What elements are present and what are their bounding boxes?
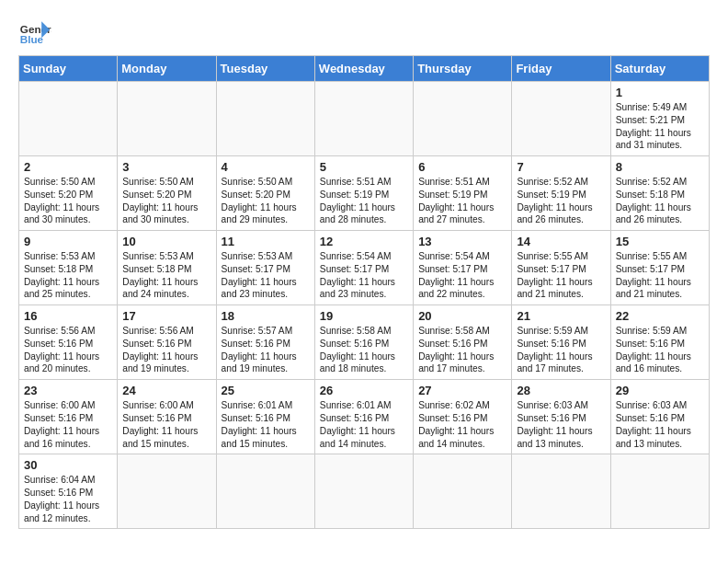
day-info: Sunrise: 6:02 AM Sunset: 5:16 PM Dayligh…: [418, 399, 506, 450]
day-number: 12: [320, 235, 408, 248]
day-number: 6: [418, 160, 506, 174]
day-info: Sunrise: 6:03 AM Sunset: 5:16 PM Dayligh…: [517, 399, 605, 450]
week-row-5: 23Sunrise: 6:00 AM Sunset: 5:16 PM Dayli…: [19, 380, 710, 454]
day-info: Sunrise: 5:50 AM Sunset: 5:20 PM Dayligh…: [122, 176, 210, 226]
day-cell: 20Sunrise: 5:58 AM Sunset: 5:16 PM Dayli…: [414, 305, 512, 380]
day-cell: [19, 82, 118, 156]
day-info: Sunrise: 5:58 AM Sunset: 5:16 PM Dayligh…: [418, 325, 506, 375]
day-cell: 25Sunrise: 6:01 AM Sunset: 5:16 PM Dayli…: [216, 380, 314, 454]
day-cell: 21Sunrise: 5:59 AM Sunset: 5:16 PM Dayli…: [512, 305, 610, 380]
day-number: 17: [122, 309, 210, 323]
day-cell: 8Sunrise: 5:52 AM Sunset: 5:18 PM Daylig…: [610, 156, 709, 231]
calendar: SundayMondayTuesdayWednesdayThursdayFrid…: [18, 55, 710, 529]
day-number: 8: [616, 160, 704, 174]
weekday-monday: Monday: [118, 56, 216, 82]
day-info: Sunrise: 5:58 AM Sunset: 5:16 PM Dayligh…: [320, 325, 408, 375]
day-cell: 24Sunrise: 6:00 AM Sunset: 5:16 PM Dayli…: [118, 380, 216, 454]
weekday-friday: Friday: [512, 56, 610, 82]
day-number: 14: [517, 235, 605, 248]
day-info: Sunrise: 5:55 AM Sunset: 5:17 PM Dayligh…: [616, 250, 704, 301]
day-number: 20: [418, 309, 506, 323]
day-cell: 13Sunrise: 5:54 AM Sunset: 5:17 PM Dayli…: [414, 231, 512, 305]
day-number: 25: [222, 384, 310, 397]
day-info: Sunrise: 6:01 AM Sunset: 5:16 PM Dayligh…: [320, 399, 408, 450]
day-number: 9: [24, 235, 112, 248]
svg-text:Blue: Blue: [20, 33, 44, 45]
day-cell: 3Sunrise: 5:50 AM Sunset: 5:20 PM Daylig…: [118, 156, 216, 231]
weekday-thursday: Thursday: [414, 56, 512, 82]
day-cell: 22Sunrise: 5:59 AM Sunset: 5:16 PM Dayli…: [610, 305, 709, 380]
day-number: 1: [616, 86, 704, 99]
day-number: 29: [616, 384, 704, 397]
day-cell: [118, 82, 216, 156]
weekday-header-row: SundayMondayTuesdayWednesdayThursdayFrid…: [19, 56, 710, 82]
logo: General Blue: [18, 15, 51, 48]
day-cell: [216, 454, 314, 529]
week-row-1: 1Sunrise: 5:49 AM Sunset: 5:21 PM Daylig…: [19, 82, 710, 156]
day-cell: [512, 82, 610, 156]
day-number: 21: [517, 309, 605, 323]
day-cell: 26Sunrise: 6:01 AM Sunset: 5:16 PM Dayli…: [314, 380, 413, 454]
day-cell: 28Sunrise: 6:03 AM Sunset: 5:16 PM Dayli…: [512, 380, 610, 454]
day-info: Sunrise: 5:49 AM Sunset: 5:21 PM Dayligh…: [616, 101, 704, 152]
day-cell: 10Sunrise: 5:53 AM Sunset: 5:18 PM Dayli…: [118, 231, 216, 305]
day-cell: [414, 82, 512, 156]
weekday-saturday: Saturday: [610, 56, 709, 82]
day-cell: 17Sunrise: 5:56 AM Sunset: 5:16 PM Dayli…: [118, 305, 216, 380]
day-number: 28: [517, 384, 605, 397]
day-info: Sunrise: 5:54 AM Sunset: 5:17 PM Dayligh…: [320, 250, 408, 301]
day-info: Sunrise: 6:03 AM Sunset: 5:16 PM Dayligh…: [616, 399, 704, 450]
day-cell: 7Sunrise: 5:52 AM Sunset: 5:19 PM Daylig…: [512, 156, 610, 231]
day-cell: 29Sunrise: 6:03 AM Sunset: 5:16 PM Dayli…: [610, 380, 709, 454]
day-cell: 1Sunrise: 5:49 AM Sunset: 5:21 PM Daylig…: [610, 82, 709, 156]
day-cell: [118, 454, 216, 529]
day-info: Sunrise: 5:55 AM Sunset: 5:17 PM Dayligh…: [517, 250, 605, 301]
day-cell: [610, 454, 709, 529]
day-info: Sunrise: 5:56 AM Sunset: 5:16 PM Dayligh…: [24, 325, 112, 375]
day-info: Sunrise: 5:53 AM Sunset: 5:17 PM Dayligh…: [222, 250, 310, 301]
calendar-body: 1Sunrise: 5:49 AM Sunset: 5:21 PM Daylig…: [19, 82, 710, 529]
day-cell: 4Sunrise: 5:50 AM Sunset: 5:20 PM Daylig…: [216, 156, 314, 231]
day-cell: 27Sunrise: 6:02 AM Sunset: 5:16 PM Dayli…: [414, 380, 512, 454]
day-number: 13: [418, 235, 506, 248]
day-info: Sunrise: 5:50 AM Sunset: 5:20 PM Dayligh…: [24, 176, 112, 226]
day-cell: 16Sunrise: 5:56 AM Sunset: 5:16 PM Dayli…: [19, 305, 118, 380]
day-cell: 9Sunrise: 5:53 AM Sunset: 5:18 PM Daylig…: [19, 231, 118, 305]
day-cell: 2Sunrise: 5:50 AM Sunset: 5:20 PM Daylig…: [19, 156, 118, 231]
day-info: Sunrise: 5:59 AM Sunset: 5:16 PM Dayligh…: [517, 325, 605, 375]
weekday-sunday: Sunday: [19, 56, 118, 82]
week-row-4: 16Sunrise: 5:56 AM Sunset: 5:16 PM Dayli…: [19, 305, 710, 380]
day-number: 15: [616, 235, 704, 248]
day-info: Sunrise: 6:00 AM Sunset: 5:16 PM Dayligh…: [24, 399, 112, 450]
day-cell: [314, 82, 413, 156]
day-info: Sunrise: 5:52 AM Sunset: 5:19 PM Dayligh…: [517, 176, 605, 226]
day-info: Sunrise: 5:53 AM Sunset: 5:18 PM Dayligh…: [24, 250, 112, 301]
week-row-2: 2Sunrise: 5:50 AM Sunset: 5:20 PM Daylig…: [19, 156, 710, 231]
day-number: 27: [418, 384, 506, 397]
day-number: 19: [320, 309, 408, 323]
day-cell: 18Sunrise: 5:57 AM Sunset: 5:16 PM Dayli…: [216, 305, 314, 380]
weekday-wednesday: Wednesday: [314, 56, 413, 82]
calendar-header: SundayMondayTuesdayWednesdayThursdayFrid…: [19, 56, 710, 82]
day-cell: 5Sunrise: 5:51 AM Sunset: 5:19 PM Daylig…: [314, 156, 413, 231]
day-cell: 30Sunrise: 6:04 AM Sunset: 5:16 PM Dayli…: [19, 454, 118, 529]
day-info: Sunrise: 5:51 AM Sunset: 5:19 PM Dayligh…: [418, 176, 506, 226]
day-cell: [414, 454, 512, 529]
week-row-6: 30Sunrise: 6:04 AM Sunset: 5:16 PM Dayli…: [19, 454, 710, 529]
day-number: 3: [122, 160, 210, 174]
day-number: 16: [24, 309, 112, 323]
day-cell: 15Sunrise: 5:55 AM Sunset: 5:17 PM Dayli…: [610, 231, 709, 305]
day-info: Sunrise: 5:57 AM Sunset: 5:16 PM Dayligh…: [222, 325, 310, 375]
day-number: 26: [320, 384, 408, 397]
day-info: Sunrise: 6:04 AM Sunset: 5:16 PM Dayligh…: [24, 474, 112, 524]
day-cell: [314, 454, 413, 529]
day-info: Sunrise: 6:01 AM Sunset: 5:16 PM Dayligh…: [222, 399, 310, 450]
day-info: Sunrise: 6:00 AM Sunset: 5:16 PM Dayligh…: [122, 399, 210, 450]
day-number: 10: [122, 235, 210, 248]
day-cell: 12Sunrise: 5:54 AM Sunset: 5:17 PM Dayli…: [314, 231, 413, 305]
day-info: Sunrise: 5:51 AM Sunset: 5:19 PM Dayligh…: [320, 176, 408, 226]
header: General Blue: [18, 15, 710, 48]
day-info: Sunrise: 5:50 AM Sunset: 5:20 PM Dayligh…: [222, 176, 310, 226]
day-number: 4: [222, 160, 310, 174]
day-number: 30: [24, 458, 112, 472]
